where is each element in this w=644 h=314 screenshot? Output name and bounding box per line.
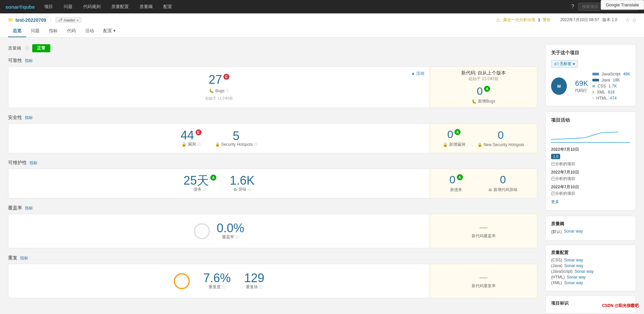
lang-js-size: 48K <box>623 72 630 76</box>
folder-icon: 📁 <box>8 17 13 22</box>
nav-rules[interactable]: 代码规则 <box>82 4 102 10</box>
new-debt-badge: A <box>457 174 463 180</box>
profile-css-lang: (CSS) <box>551 258 562 262</box>
tab-issues[interactable]: 问题 <box>26 25 44 37</box>
profile-css-link[interactable]: Sonar way <box>564 258 583 262</box>
new-bugs-badge: A <box>484 86 490 92</box>
quality-gate-default: (默认) <box>551 229 562 235</box>
home-icon[interactable]: ⌂ <box>633 17 636 23</box>
new-hotspot-icon: 🔒 <box>477 142 482 147</box>
new-debt-col: 0 A 新债务 <box>449 174 463 193</box>
code-lines-value[interactable]: 69K <box>575 79 588 88</box>
quality-gate-link[interactable]: Sonar way <box>564 229 583 235</box>
nav-admin[interactable]: 配置 <box>162 4 173 10</box>
lang-xml-name: XML <box>597 90 605 95</box>
coverage-value[interactable]: 0.0% <box>217 222 244 234</box>
hotspot-info-icon[interactable]: ⓘ <box>254 142 258 147</box>
debt-value[interactable]: 25天 <box>183 175 209 187</box>
smells-value[interactable]: 1.6K <box>230 175 255 187</box>
quality-gate-info-title: 质量阈 <box>551 221 630 227</box>
reliability-bugs-value[interactable]: 27 <box>209 74 222 86</box>
tag-badge[interactable]: 🏷 无标签 ▾ <box>551 60 578 68</box>
tabs: 总览 问题 指标 代码 活动 配置 ▾ <box>8 25 636 37</box>
dup-blocks-info-icon[interactable]: ⓘ <box>259 285 263 290</box>
coverage-link[interactable]: 指标 <box>25 205 33 211</box>
dup-label: 重复度 ⓘ <box>209 284 225 290</box>
nav-quality-profiles[interactable]: 质量配置 <box>110 4 130 10</box>
google-translate-label: Google Translate <box>606 2 639 7</box>
hotspot-value[interactable]: 5 <box>233 130 239 142</box>
new-bug-icon: 🐛 <box>472 99 477 104</box>
new-hotspot-value[interactable]: 0 <box>498 130 504 140</box>
duplication-card: 7.6% 重复度 ⓘ 129 重复块 ⓘ <box>8 264 537 298</box>
separator: | <box>50 17 51 22</box>
profile-html-link[interactable]: Sonar way <box>567 275 586 279</box>
maintainability-link[interactable]: 指标 <box>30 160 38 166</box>
nav-issues[interactable]: 问题 <box>62 4 74 10</box>
activity-link[interactable]: ▲ 活动 <box>411 71 424 76</box>
debt-value-row: 25天 A <box>183 175 216 187</box>
vuln-value[interactable]: 44 <box>180 129 194 141</box>
logo[interactable]: sonar®qube <box>5 4 35 10</box>
new-bugs-label: 🐛 新增Bugs <box>472 99 495 104</box>
lang-xml-size: 816 <box>608 90 614 95</box>
maintainability-new-code: 0 A 新债务 0 ⚙ 新增代码异味 <box>430 169 537 198</box>
security-link[interactable]: 指标 <box>25 115 33 121</box>
profile-java-link[interactable]: Sonar way <box>564 263 583 268</box>
tab-overview[interactable]: 总览 <box>8 25 26 37</box>
code-stats: 69K 代码行 <box>575 79 588 93</box>
new-bugs-value[interactable]: 0 <box>477 86 483 97</box>
vuln-label: 🔒 漏洞 ⓘ <box>181 141 201 147</box>
star-icon[interactable]: ☆ <box>625 17 630 23</box>
tab-metrics[interactable]: 指标 <box>44 25 62 37</box>
lang-java-size: 18K <box>613 78 620 82</box>
warning-count[interactable]: 3 <box>538 18 540 22</box>
main-content: 质量阈 ⓘ 正常 可靠性 指标 ▲ 活动 27 E 🐛 Bugs <box>0 38 644 314</box>
activity-chart <box>551 126 630 143</box>
activity-svg <box>551 126 630 142</box>
bugs-info-icon[interactable]: ⓘ <box>226 88 229 93</box>
dup-info-icon[interactable]: ⓘ <box>222 285 225 290</box>
tab-code[interactable]: 代码 <box>62 25 80 37</box>
vuln-info-icon[interactable]: ⓘ <box>197 142 201 147</box>
profile-js-link[interactable]: Sonar way <box>575 269 594 274</box>
lang-javascript: JavaScript 48K <box>592 72 630 76</box>
tab-activity[interactable]: 活动 <box>80 25 99 37</box>
new-smells-value[interactable]: 0 <box>500 174 506 185</box>
lang-js-name: JavaScript <box>602 72 621 76</box>
left-panel: 质量阈 ⓘ 正常 可靠性 指标 ▲ 活动 27 E 🐛 Bugs <box>8 44 537 314</box>
hotspot-col: 5 🔒 Security Hotspots ⓘ <box>215 130 258 147</box>
new-vuln-row: 0 A <box>447 129 461 140</box>
reliability-value-row: 27 E <box>209 74 229 86</box>
qg-info-icon[interactable]: ⓘ <box>25 46 29 51</box>
maintainability-section: 可维护性 指标 25天 A 债务 ⓘ <box>8 160 537 198</box>
smells-value-row: 1.6K <box>230 175 255 187</box>
new-debt-row: 0 A <box>449 174 463 185</box>
new-hotspot-label: 🔒 New Security Hotspots <box>477 142 524 147</box>
new-dup-dash: — <box>480 273 488 281</box>
duplication-link[interactable]: 指标 <box>20 255 28 261</box>
new-coverage-label: 新代码覆盖率 <box>472 233 496 239</box>
smells-info-icon[interactable]: ⓘ <box>248 187 251 192</box>
debt-info-icon[interactable]: ⓘ <box>203 187 206 192</box>
dup-value[interactable]: 7.6% <box>203 272 231 284</box>
profile-xml-lang: (XML) <box>551 280 562 285</box>
vuln-badge: E <box>196 129 202 135</box>
reliability-link[interactable]: 指标 <box>25 58 33 64</box>
tab-config[interactable]: 配置 ▾ <box>99 25 120 37</box>
help-icon[interactable]: ? <box>571 4 574 10</box>
more-link[interactable]: 更多 <box>551 199 559 204</box>
nav-projects[interactable]: 项目 <box>43 4 54 10</box>
duplication-title: 重复 <box>8 255 17 261</box>
coverage-col: 0.0% 覆盖率 ⓘ <box>217 222 244 240</box>
new-code-title: 新代码: 自从上个版本 <box>461 70 506 76</box>
dup-blocks-value[interactable]: 129 <box>244 272 264 284</box>
nav-quality-gates[interactable]: 质量阈 <box>138 4 154 10</box>
activity-date3: 2022年7月10日 <box>551 184 630 190</box>
hotspot-label: 🔒 Security Hotspots ⓘ <box>215 142 258 147</box>
project-name[interactable]: 📁 test-20220709 <box>8 17 46 23</box>
coverage-info-icon[interactable]: ⓘ <box>235 235 239 240</box>
profile-xml-link[interactable]: Sonar way <box>564 280 583 285</box>
new-vuln-value[interactable]: 0 <box>447 129 453 140</box>
new-debt-value[interactable]: 0 <box>449 174 455 185</box>
